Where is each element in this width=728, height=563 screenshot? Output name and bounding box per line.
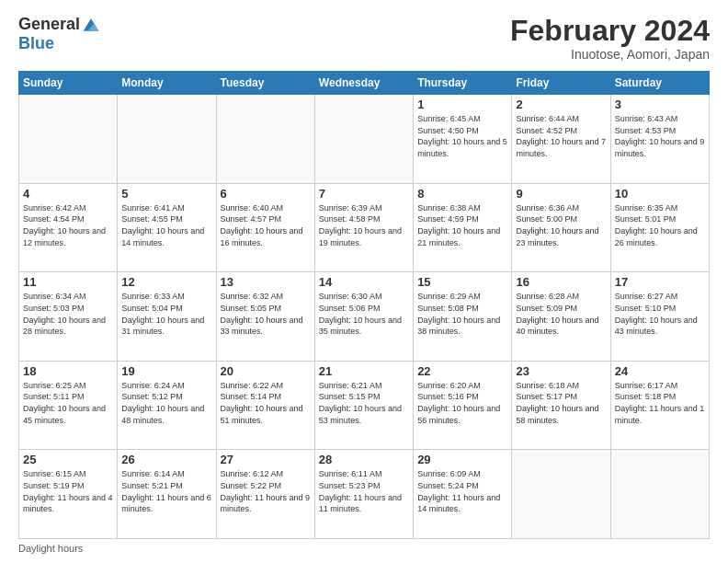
calendar-cell <box>19 95 118 184</box>
day-number: 20 <box>221 364 311 378</box>
day-info: Sunrise: 6:12 AM Sunset: 5:22 PM Dayligh… <box>221 468 311 514</box>
calendar-cell: 12Sunrise: 6:33 AM Sunset: 5:04 PM Dayli… <box>118 272 216 362</box>
calendar-cell <box>216 95 314 184</box>
calendar-cell: 8Sunrise: 6:38 AM Sunset: 4:59 PM Daylig… <box>414 183 512 272</box>
day-number: 21 <box>319 364 409 378</box>
day-info: Sunrise: 6:42 AM Sunset: 4:54 PM Dayligh… <box>23 202 113 248</box>
header: General Blue February 2024 Inuotose, Aom… <box>18 15 710 62</box>
day-number: 13 <box>221 275 311 289</box>
day-number: 24 <box>615 364 705 378</box>
logo-blue-text: Blue <box>18 34 54 52</box>
day-number: 3 <box>615 98 705 111</box>
day-number: 7 <box>319 187 409 201</box>
day-number: 18 <box>23 364 113 378</box>
calendar-week-2: 11Sunrise: 6:34 AM Sunset: 5:03 PM Dayli… <box>19 272 710 362</box>
calendar-cell <box>512 450 610 539</box>
calendar-week-3: 18Sunrise: 6:25 AM Sunset: 5:11 PM Dayli… <box>19 361 710 450</box>
day-info: Sunrise: 6:11 AM Sunset: 5:23 PM Dayligh… <box>319 468 409 514</box>
day-number: 10 <box>615 187 705 201</box>
day-number: 22 <box>417 364 507 378</box>
calendar-cell <box>118 95 216 184</box>
day-info: Sunrise: 6:20 AM Sunset: 5:16 PM Dayligh… <box>417 380 507 426</box>
day-number: 9 <box>516 187 606 201</box>
col-header-monday: Monday <box>118 72 216 95</box>
location: Inuotose, Aomori, Japan <box>510 47 710 62</box>
day-info: Sunrise: 6:44 AM Sunset: 4:52 PM Dayligh… <box>516 113 606 159</box>
logo-general-text: General <box>18 15 80 34</box>
calendar-cell: 4Sunrise: 6:42 AM Sunset: 4:54 PM Daylig… <box>19 183 118 272</box>
calendar-cell: 19Sunrise: 6:24 AM Sunset: 5:12 PM Dayli… <box>118 361 216 450</box>
calendar-cell: 29Sunrise: 6:09 AM Sunset: 5:24 PM Dayli… <box>414 450 512 539</box>
day-number: 28 <box>319 453 409 466</box>
calendar-cell: 24Sunrise: 6:17 AM Sunset: 5:18 PM Dayli… <box>610 361 709 450</box>
calendar-cell: 2Sunrise: 6:44 AM Sunset: 4:52 PM Daylig… <box>512 95 610 184</box>
calendar-cell: 1Sunrise: 6:45 AM Sunset: 4:50 PM Daylig… <box>414 95 512 184</box>
calendar-cell: 17Sunrise: 6:27 AM Sunset: 5:10 PM Dayli… <box>610 272 709 362</box>
calendar-cell: 7Sunrise: 6:39 AM Sunset: 4:58 PM Daylig… <box>314 183 413 272</box>
day-number: 27 <box>221 453 311 466</box>
footer-note: Daylight hours <box>18 543 710 554</box>
calendar-cell: 15Sunrise: 6:29 AM Sunset: 5:08 PM Dayli… <box>414 272 512 362</box>
day-info: Sunrise: 6:45 AM Sunset: 4:50 PM Dayligh… <box>417 113 507 159</box>
logo: General Blue <box>18 15 100 53</box>
calendar-cell: 14Sunrise: 6:30 AM Sunset: 5:06 PM Dayli… <box>314 272 413 362</box>
calendar-cell: 5Sunrise: 6:41 AM Sunset: 4:55 PM Daylig… <box>118 183 216 272</box>
calendar-week-0: 1Sunrise: 6:45 AM Sunset: 4:50 PM Daylig… <box>19 95 710 184</box>
day-number: 14 <box>319 275 409 289</box>
day-number: 16 <box>516 275 606 289</box>
day-number: 4 <box>23 187 113 201</box>
day-info: Sunrise: 6:24 AM Sunset: 5:12 PM Dayligh… <box>121 380 211 426</box>
day-info: Sunrise: 6:39 AM Sunset: 4:58 PM Dayligh… <box>319 202 409 248</box>
col-header-tuesday: Tuesday <box>216 72 314 95</box>
calendar-cell: 23Sunrise: 6:18 AM Sunset: 5:17 PM Dayli… <box>512 361 610 450</box>
day-info: Sunrise: 6:29 AM Sunset: 5:08 PM Dayligh… <box>417 291 507 337</box>
col-header-sunday: Sunday <box>19 72 118 95</box>
day-number: 1 <box>417 98 507 111</box>
day-info: Sunrise: 6:32 AM Sunset: 5:05 PM Dayligh… <box>221 291 311 337</box>
day-info: Sunrise: 6:09 AM Sunset: 5:24 PM Dayligh… <box>417 468 507 514</box>
day-number: 8 <box>417 187 507 201</box>
day-number: 2 <box>516 98 606 111</box>
calendar-table: SundayMondayTuesdayWednesdayThursdayFrid… <box>18 71 710 539</box>
month-title: February 2024 <box>510 15 710 47</box>
calendar-cell: 18Sunrise: 6:25 AM Sunset: 5:11 PM Dayli… <box>19 361 118 450</box>
calendar-cell: 11Sunrise: 6:34 AM Sunset: 5:03 PM Dayli… <box>19 272 118 362</box>
calendar-cell: 16Sunrise: 6:28 AM Sunset: 5:09 PM Dayli… <box>512 272 610 362</box>
day-info: Sunrise: 6:18 AM Sunset: 5:17 PM Dayligh… <box>516 380 606 426</box>
day-number: 19 <box>121 364 211 378</box>
day-info: Sunrise: 6:17 AM Sunset: 5:18 PM Dayligh… <box>615 380 705 426</box>
logo-icon <box>82 16 100 34</box>
calendar-week-1: 4Sunrise: 6:42 AM Sunset: 4:54 PM Daylig… <box>19 183 710 272</box>
calendar-cell: 3Sunrise: 6:43 AM Sunset: 4:53 PM Daylig… <box>610 95 709 184</box>
col-header-thursday: Thursday <box>414 72 512 95</box>
day-info: Sunrise: 6:30 AM Sunset: 5:06 PM Dayligh… <box>319 291 409 337</box>
calendar-cell: 9Sunrise: 6:36 AM Sunset: 5:00 PM Daylig… <box>512 183 610 272</box>
calendar-cell: 20Sunrise: 6:22 AM Sunset: 5:14 PM Dayli… <box>216 361 314 450</box>
title-block: February 2024 Inuotose, Aomori, Japan <box>510 15 710 62</box>
day-info: Sunrise: 6:35 AM Sunset: 5:01 PM Dayligh… <box>615 202 705 248</box>
day-info: Sunrise: 6:14 AM Sunset: 5:21 PM Dayligh… <box>121 468 211 514</box>
calendar-header-row: SundayMondayTuesdayWednesdayThursdayFrid… <box>19 72 710 95</box>
day-number: 26 <box>121 453 211 466</box>
day-number: 29 <box>417 453 507 466</box>
calendar-week-4: 25Sunrise: 6:15 AM Sunset: 5:19 PM Dayli… <box>19 450 710 539</box>
day-info: Sunrise: 6:38 AM Sunset: 4:59 PM Dayligh… <box>417 202 507 248</box>
calendar-cell: 6Sunrise: 6:40 AM Sunset: 4:57 PM Daylig… <box>216 183 314 272</box>
col-header-friday: Friday <box>512 72 610 95</box>
day-info: Sunrise: 6:34 AM Sunset: 5:03 PM Dayligh… <box>23 291 113 337</box>
calendar-cell: 28Sunrise: 6:11 AM Sunset: 5:23 PM Dayli… <box>314 450 413 539</box>
day-number: 5 <box>121 187 211 201</box>
day-info: Sunrise: 6:36 AM Sunset: 5:00 PM Dayligh… <box>516 202 606 248</box>
calendar-cell <box>314 95 413 184</box>
day-info: Sunrise: 6:41 AM Sunset: 4:55 PM Dayligh… <box>121 202 211 248</box>
calendar-cell: 26Sunrise: 6:14 AM Sunset: 5:21 PM Dayli… <box>118 450 216 539</box>
day-info: Sunrise: 6:43 AM Sunset: 4:53 PM Dayligh… <box>615 113 705 159</box>
day-info: Sunrise: 6:15 AM Sunset: 5:19 PM Dayligh… <box>23 468 113 514</box>
day-info: Sunrise: 6:33 AM Sunset: 5:04 PM Dayligh… <box>121 291 211 337</box>
calendar-cell <box>610 450 709 539</box>
calendar-cell: 10Sunrise: 6:35 AM Sunset: 5:01 PM Dayli… <box>610 183 709 272</box>
day-number: 12 <box>121 275 211 289</box>
day-info: Sunrise: 6:28 AM Sunset: 5:09 PM Dayligh… <box>516 291 606 337</box>
day-info: Sunrise: 6:25 AM Sunset: 5:11 PM Dayligh… <box>23 380 113 426</box>
day-number: 23 <box>516 364 606 378</box>
